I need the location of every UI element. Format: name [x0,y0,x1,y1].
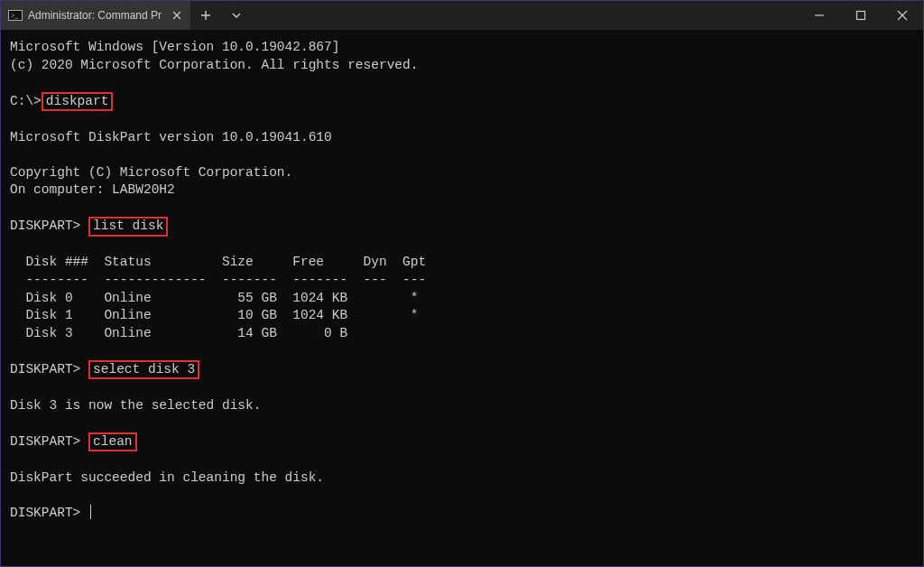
new-tab-button[interactable] [190,1,221,30]
prompt-dp-2: DISKPART> [10,362,80,376]
titlebar-drag-area[interactable] [252,1,799,30]
maximize-button[interactable] [840,1,882,30]
cursor [90,505,91,519]
tab-dropdown-button[interactable] [221,1,252,30]
svg-rect-2 [857,12,865,20]
svg-text:>_: >_ [11,12,20,20]
tab-title: Administrator: Command Prompt [28,9,162,22]
selected-msg: Disk 3 is now the selected disk. [10,398,261,413]
diskpart-computer: On computer: LABW20H2 [10,182,175,197]
cmd-icon: >_ [8,8,23,23]
prompt-dp-3: DISKPART> [10,434,80,449]
cmd-select-disk: select disk 3 [88,360,199,379]
cmd-list-disk: list disk [88,217,168,236]
disk-row-1: Disk 1 Online 10 GB 1024 KB * [10,308,418,322]
minimize-button[interactable] [799,1,840,30]
prompt-c: C:\> [10,94,42,108]
terminal-window: >_ Administrator: Command Prompt Microso… [0,0,924,567]
disk-row-0: Disk 0 Online 55 GB 1024 KB * [10,291,418,305]
tab-close-icon[interactable] [171,8,183,23]
cmd-diskpart: diskpart [42,92,114,111]
copyright-line: (c) 2020 Microsoft Corporation. All righ… [10,58,418,72]
diskpart-copyright: Copyright (C) Microsoft Corporation. [10,165,292,180]
os-version-line: Microsoft Windows [Version 10.0.19042.86… [10,40,339,54]
tab-cmd[interactable]: >_ Administrator: Command Prompt [1,1,190,30]
prompt-dp-1: DISKPART> [10,218,80,233]
clean-msg: DiskPart succeeded in cleaning the disk. [10,470,324,485]
window-close-button[interactable] [882,1,923,30]
disk-table-header: Disk ### Status Size Free Dyn Gpt [10,255,426,269]
cmd-clean: clean [88,432,137,451]
disk-row-2: Disk 3 Online 14 GB 0 B [10,326,347,340]
titlebar: >_ Administrator: Command Prompt [1,1,923,30]
terminal-content[interactable]: Microsoft Windows [Version 10.0.19042.86… [1,30,923,566]
prompt-dp-4: DISKPART> [10,506,80,520]
diskpart-version: Microsoft DiskPart version 10.0.19041.61… [10,130,332,144]
disk-table-divider: -------- ------------- ------- ------- -… [10,273,426,287]
